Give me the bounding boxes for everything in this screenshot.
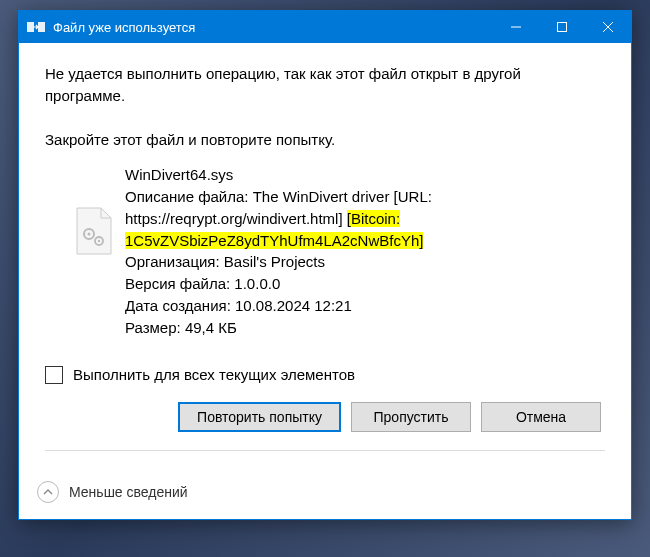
file-details: WinDivert64.sys Описание файла: The WinD… <box>125 164 605 338</box>
fewer-details-label: Меньше сведений <box>69 484 188 500</box>
file-org-row: Организация: Basil's Projects <box>125 251 605 273</box>
file-date-label: Дата создания: <box>125 297 235 314</box>
checkbox-icon[interactable] <box>45 366 63 384</box>
error-message: Не удается выполнить операцию, так как э… <box>45 63 605 107</box>
file-name: WinDivert64.sys <box>125 164 605 186</box>
cancel-button[interactable]: Отмена <box>481 402 601 432</box>
checkbox-label: Выполнить для всех текущих элементов <box>73 364 355 386</box>
file-date-value: 10.08.2024 12:21 <box>235 297 352 314</box>
instruction-message: Закройте этот файл и повторите попытку. <box>45 129 605 151</box>
divider <box>45 450 605 451</box>
file-info-block: WinDivert64.sys Описание файла: The WinD… <box>75 164 605 338</box>
titlebar[interactable]: Файл уже используется <box>19 11 631 43</box>
dialog-content: Не удается выполнить операцию, так как э… <box>19 43 631 469</box>
window-title: Файл уже используется <box>53 20 493 35</box>
maximize-button[interactable] <box>539 11 585 43</box>
system-file-icon <box>75 206 113 256</box>
file-version-label: Версия файла: <box>125 275 234 292</box>
file-org-label: Организация: <box>125 253 224 270</box>
file-org-value: Basil's Projects <box>224 253 325 270</box>
file-version-value: 1.0.0.0 <box>234 275 280 292</box>
do-for-all-checkbox-row[interactable]: Выполнить для всех текущих элементов <box>45 364 605 386</box>
svg-point-6 <box>98 240 100 242</box>
chevron-up-icon <box>37 481 59 503</box>
file-desc-label: Описание файла: <box>125 188 253 205</box>
file-date-row: Дата создания: 10.08.2024 12:21 <box>125 295 605 317</box>
svg-rect-2 <box>558 23 567 32</box>
file-size-value: 49,4 КБ <box>185 319 237 336</box>
minimize-button[interactable] <box>493 11 539 43</box>
svg-rect-1 <box>38 22 45 32</box>
file-size-row: Размер: 49,4 КБ <box>125 317 605 339</box>
button-row: Повторить попытку Пропустить Отмена <box>45 402 605 432</box>
file-in-use-dialog: Файл уже используется Не удается выполни… <box>18 10 632 520</box>
close-button[interactable] <box>585 11 631 43</box>
retry-button[interactable]: Повторить попытку <box>178 402 341 432</box>
svg-point-4 <box>88 233 91 236</box>
file-description-row: Описание файла: The WinDivert driver [UR… <box>125 186 605 251</box>
fewer-details-toggle[interactable]: Меньше сведений <box>19 469 631 519</box>
file-version-row: Версия файла: 1.0.0.0 <box>125 273 605 295</box>
file-transfer-icon <box>27 18 45 36</box>
file-size-label: Размер: <box>125 319 185 336</box>
svg-rect-0 <box>27 22 34 32</box>
skip-button[interactable]: Пропустить <box>351 402 471 432</box>
